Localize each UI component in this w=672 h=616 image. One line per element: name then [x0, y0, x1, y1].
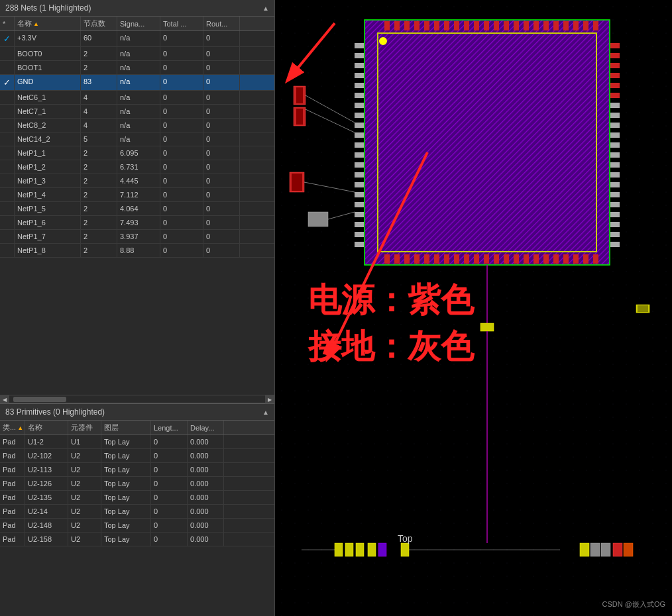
- svg-rect-54: [355, 73, 364, 78]
- prim-length: 0: [151, 463, 188, 476]
- svg-rect-34: [434, 254, 439, 264]
- right-panel[interactable]: Top 电源：紫色 接地：灰色 CSDN @嵌入式OG: [275, 0, 672, 616]
- net-row[interactable]: NetP1_1 2 6.095 0 0: [0, 146, 274, 160]
- prim-row[interactable]: Pad U2-113 U2 Top Lay 0 0.000: [0, 463, 274, 477]
- svg-rect-112: [401, 543, 409, 556]
- net-row[interactable]: NetP1_6 2 7.493 0 0: [0, 216, 274, 230]
- net-route: 0: [203, 160, 240, 174]
- svg-rect-41: [504, 254, 509, 264]
- net-nodes: 2: [81, 47, 117, 60]
- prim-col-delay[interactable]: Delay...: [188, 421, 224, 435]
- svg-rect-58: [355, 113, 364, 118]
- nets-col-star[interactable]: *: [0, 17, 15, 30]
- net-row[interactable]: NetC8_2 4 n/a 0 0: [0, 119, 274, 132]
- svg-rect-75: [610, 73, 620, 78]
- net-row[interactable]: NetP1_7 2 3.937 0 0: [0, 230, 274, 244]
- net-row[interactable]: NetP1_2 2 6.731 0 0: [0, 160, 274, 174]
- net-name: NetP1_6: [15, 216, 81, 229]
- prim-component: U2: [68, 519, 101, 532]
- net-row[interactable]: NetP1_3 2 4.445 0 0: [0, 174, 274, 188]
- net-name: NetC7_1: [15, 105, 81, 118]
- svg-rect-81: [610, 132, 620, 138]
- svg-rect-37: [464, 254, 469, 264]
- net-name: NetP1_5: [15, 202, 81, 215]
- svg-rect-52: [355, 53, 364, 58]
- svg-rect-95: [296, 87, 303, 103]
- svg-rect-80: [610, 123, 620, 128]
- net-check: ✓: [0, 75, 15, 90]
- prim-delay: 0.000: [188, 477, 224, 490]
- net-row[interactable]: BOOT0 2 n/a 0 0: [0, 47, 274, 61]
- prim-row[interactable]: Pad U2-135 U2 Top Lay 0 0.000: [0, 491, 274, 505]
- net-route: 0: [203, 61, 240, 74]
- net-row[interactable]: NetP1_4 2 7.112 0 0: [0, 188, 274, 202]
- net-check: [0, 174, 15, 187]
- prim-row[interactable]: Pad U2-126 U2 Top Lay 0 0.000: [0, 477, 274, 491]
- svg-rect-99: [292, 174, 302, 191]
- svg-rect-79: [610, 113, 620, 118]
- primitives-table-body[interactable]: Pad U1-2 U1 Top Lay 0 0.000 Pad U2-102 U…: [0, 435, 274, 616]
- svg-rect-83: [610, 152, 620, 158]
- net-nodes: 4: [81, 119, 117, 132]
- prim-row[interactable]: Pad U1-2 U1 Top Lay 0 0.000: [0, 435, 274, 449]
- scroll-thumb[interactable]: [13, 397, 66, 402]
- prim-type: Pad: [0, 463, 25, 476]
- svg-rect-46: [553, 254, 559, 264]
- nets-col-total[interactable]: Total ...: [160, 17, 203, 30]
- nets-horizontal-scrollbar[interactable]: ◀ ▶: [0, 395, 274, 403]
- nets-col-nodes[interactable]: 节点数: [81, 17, 117, 30]
- prim-row[interactable]: Pad U2-14 U2 Top Lay 0 0.000: [0, 505, 274, 519]
- net-row[interactable]: NetP1_5 2 4.064 0 0: [0, 202, 274, 216]
- prim-type: Pad: [0, 491, 25, 504]
- net-row[interactable]: NetC14_2 5 n/a 0 0: [0, 132, 274, 146]
- prim-component: U2: [68, 533, 101, 546]
- nets-scroll-up[interactable]: ▲: [262, 5, 269, 12]
- svg-rect-57: [355, 103, 364, 108]
- prim-row[interactable]: Pad U2-102 U2 Top Lay 0 0.000: [0, 449, 274, 463]
- prim-row[interactable]: Pad U2-158 U2 Top Lay 0 0.000: [0, 533, 274, 546]
- prim-col-component[interactable]: 元器件: [68, 421, 101, 435]
- net-row[interactable]: BOOT1 2 n/a 0 0: [0, 61, 274, 75]
- svg-rect-73: [610, 53, 620, 58]
- nets-col-route[interactable]: Rout...: [203, 17, 240, 30]
- net-nodes: 4: [81, 91, 117, 104]
- net-row[interactable]: ✓ GND 83 n/a 0 0: [0, 75, 274, 91]
- prim-col-layer[interactable]: 图层: [101, 421, 151, 435]
- net-row[interactable]: NetC6_1 4 n/a 0 0: [0, 91, 274, 105]
- net-row[interactable]: NetP1_8 2 8.88 0 0: [0, 244, 274, 258]
- svg-rect-76: [610, 83, 620, 88]
- prim-row[interactable]: Pad U2-148 U2 Top Lay 0 0.000: [0, 519, 274, 533]
- nets-table-body[interactable]: ✓ +3.3V 60 n/a 0 0 BOOT0 2 n/a 0 0 BOOT1…: [0, 31, 274, 395]
- primitives-scroll-up[interactable]: ▲: [262, 409, 269, 416]
- net-row[interactable]: NetC7_1 4 n/a 0 0: [0, 105, 274, 119]
- net-nodes: 2: [81, 174, 117, 187]
- nets-col-name[interactable]: 名称 ▲: [15, 17, 81, 30]
- net-route: 0: [203, 202, 240, 215]
- prim-col-name[interactable]: 名称: [25, 421, 68, 435]
- svg-rect-69: [355, 222, 364, 227]
- svg-rect-92: [610, 242, 620, 247]
- svg-rect-42: [514, 254, 519, 264]
- svg-rect-70: [355, 232, 364, 237]
- svg-rect-97: [296, 109, 303, 125]
- prim-delay: 0.000: [188, 491, 224, 504]
- net-route: 0: [203, 216, 240, 229]
- prim-length: 0: [151, 505, 188, 518]
- svg-rect-48: [573, 254, 579, 264]
- watermark: CSDN @嵌入式OG: [602, 599, 665, 609]
- net-signal: 7.112: [117, 188, 160, 201]
- net-row[interactable]: ✓ +3.3V 60 n/a 0 0: [0, 31, 274, 47]
- scroll-left-btn[interactable]: ◀: [0, 395, 9, 403]
- net-check: [0, 91, 15, 104]
- svg-rect-39: [484, 254, 489, 264]
- scroll-right-btn[interactable]: ▶: [265, 395, 274, 403]
- nets-header: 288 Nets (1 Highlighted) ▲: [0, 0, 274, 17]
- nets-col-signal[interactable]: Signa...: [117, 17, 160, 30]
- net-total: 0: [160, 216, 203, 229]
- svg-rect-33: [424, 254, 429, 264]
- prim-col-type[interactable]: 类... ▲: [0, 421, 25, 435]
- prim-col-length[interactable]: Lengt...: [151, 421, 188, 435]
- prim-length: 0: [151, 477, 188, 490]
- net-nodes: 2: [81, 188, 117, 201]
- svg-rect-26: [573, 21, 579, 30]
